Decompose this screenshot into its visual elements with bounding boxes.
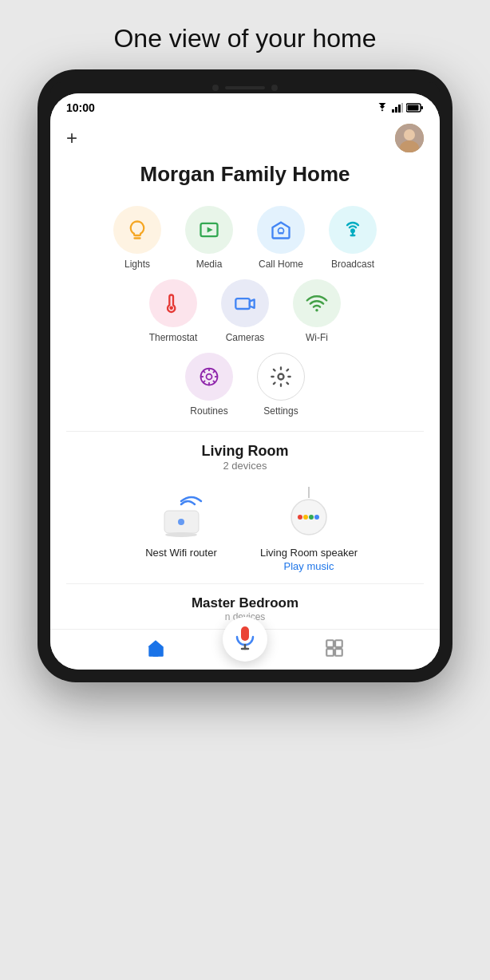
cameras-label: Cameras: [226, 332, 265, 343]
svg-rect-43: [326, 640, 334, 647]
status-time: 10:00: [66, 101, 95, 114]
cameras-circle: [221, 279, 269, 327]
settings-icon: [270, 366, 292, 388]
svg-rect-3: [401, 103, 403, 113]
svg-rect-46: [335, 649, 342, 656]
media-icon: [198, 219, 220, 241]
play-music-link[interactable]: Play music: [284, 560, 334, 572]
media-item[interactable]: Media: [177, 206, 241, 270]
svg-point-16: [169, 306, 173, 310]
mic-icon: [235, 626, 255, 652]
devices-row: Nest Wifi router: [66, 484, 424, 572]
lights-icon: [126, 219, 148, 241]
thermostat-label: Thermostat: [149, 332, 198, 343]
cameras-item[interactable]: Cameras: [213, 279, 277, 343]
svg-rect-6: [408, 105, 419, 111]
broadcast-icon: [342, 219, 364, 241]
svg-rect-40: [241, 626, 249, 641]
call-home-label: Call Home: [259, 259, 303, 270]
svg-line-26: [204, 371, 206, 373]
app-content: + Morgan Family Home: [50, 117, 440, 622]
svg-point-33: [165, 532, 197, 537]
svg-line-27: [213, 381, 215, 383]
settings-circle: [257, 353, 305, 401]
nav-menu-icon: [324, 638, 345, 658]
wifi-circle: [293, 279, 341, 327]
nav-home-icon: [145, 638, 166, 658]
phone-screen: 10:00: [50, 93, 440, 670]
svg-point-21: [207, 374, 212, 380]
speaker-label: Living Room speaker: [260, 547, 358, 559]
hero-title: One view of your home: [0, 0, 490, 69]
call-home-circle: [257, 206, 305, 254]
svg-point-32: [178, 519, 184, 525]
routines-label: Routines: [190, 405, 227, 417]
phone-frame: 10:00: [38, 69, 452, 682]
svg-point-37: [303, 515, 308, 520]
wifi-item[interactable]: Wi-Fi: [285, 279, 349, 343]
svg-line-29: [204, 381, 206, 383]
bottom-nav: [50, 629, 440, 670]
broadcast-item[interactable]: Broadcast: [321, 206, 385, 270]
nest-wifi-icon: [152, 487, 211, 539]
icon-grid-row-3: Routines Settings: [66, 353, 424, 417]
avatar-image: [395, 124, 424, 152]
lights-label: Lights: [124, 259, 150, 270]
settings-label: Settings: [263, 405, 298, 417]
thermostat-icon: [162, 292, 184, 314]
svg-point-8: [404, 129, 415, 140]
status-bar: 10:00: [50, 93, 440, 117]
broadcast-label: Broadcast: [331, 259, 374, 270]
settings-item[interactable]: Settings: [249, 353, 313, 417]
avatar[interactable]: [395, 124, 424, 152]
living-room-title: Living Room: [66, 443, 424, 460]
page-wrapper: One view of your home 10:00: [0, 0, 490, 698]
mic-fab[interactable]: [223, 617, 267, 662]
svg-point-19: [315, 309, 318, 312]
svg-line-28: [213, 371, 215, 373]
wifi-home-icon: [306, 292, 328, 314]
battery-icon: [406, 103, 424, 113]
top-bar: +: [66, 117, 424, 162]
speaker-slot: [225, 86, 265, 89]
wifi-label: Wi-Fi: [306, 332, 328, 343]
speaker-icon: [279, 487, 339, 539]
speaker-icon-wrap: [277, 484, 341, 540]
home-title: Morgan Family Home: [66, 162, 424, 187]
phone-top: [50, 82, 440, 93]
routines-circle: [185, 353, 233, 401]
cameras-icon: [234, 292, 256, 314]
section-divider: [66, 431, 424, 432]
add-button[interactable]: +: [66, 128, 77, 148]
svg-marker-18: [250, 299, 255, 308]
master-room-title: Master Bedroom: [66, 595, 424, 611]
nav-menu[interactable]: [310, 638, 358, 658]
svg-rect-45: [326, 649, 334, 656]
nav-home[interactable]: [132, 638, 180, 658]
svg-rect-0: [392, 109, 394, 113]
camera-dot-2: [271, 85, 278, 91]
icon-grid-row-2: Thermostat Cameras: [66, 279, 424, 343]
lights-item[interactable]: Lights: [105, 206, 169, 270]
nest-wifi-icon-wrap: [149, 484, 213, 540]
living-room-speaker-device[interactable]: Living Room speaker Play music: [257, 484, 361, 572]
call-home-icon: [270, 219, 292, 241]
svg-point-38: [309, 515, 314, 520]
svg-rect-1: [395, 107, 397, 113]
thermostat-item[interactable]: Thermostat: [141, 279, 205, 343]
broadcast-circle: [329, 206, 377, 254]
camera-dot: [212, 85, 219, 91]
nest-wifi-label: Nest Wifi router: [145, 547, 217, 559]
nest-wifi-device[interactable]: Nest Wifi router: [129, 484, 233, 572]
routines-item[interactable]: Routines: [177, 353, 241, 417]
icon-grid-row-1: Lights Media: [66, 206, 424, 270]
call-home-item[interactable]: Call Home: [249, 206, 313, 270]
svg-rect-5: [421, 106, 424, 109]
living-room-subtitle: 2 devices: [66, 460, 424, 472]
status-icons: [376, 103, 424, 113]
media-circle: [185, 206, 233, 254]
wifi-icon: [376, 103, 389, 113]
svg-rect-17: [235, 298, 250, 309]
svg-rect-2: [398, 105, 401, 113]
svg-point-39: [314, 515, 319, 520]
